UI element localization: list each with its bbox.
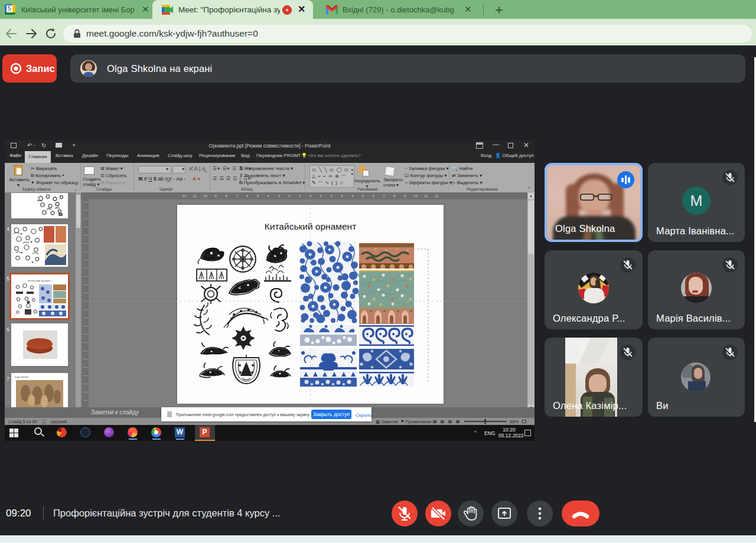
svg-text:Індія і Китай: Індія і Китай [15,375,28,378]
svg-text:Китайський орнамент: Китайський орнамент [28,279,51,282]
